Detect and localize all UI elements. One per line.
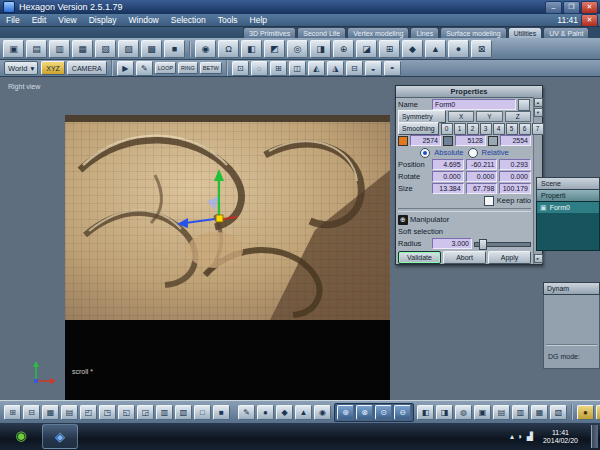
view-single-icon[interactable]: ⊞: [4, 405, 21, 420]
mode-point-icon[interactable]: ▦: [72, 40, 93, 58]
half-sphere-icon[interactable]: ◒: [365, 61, 382, 76]
tool-modifiers-icon[interactable]: ⊗: [356, 405, 373, 420]
grid-toggle-icon[interactable]: ▥: [156, 405, 173, 420]
abort-button[interactable]: Abort: [443, 251, 486, 264]
mode-uv-icon[interactable]: ▧: [95, 40, 116, 58]
panel-uv-icon[interactable]: ▦: [531, 405, 548, 420]
volume-icon[interactable]: ◗: [518, 432, 523, 441]
tool-mirror-icon[interactable]: ◆: [402, 40, 423, 58]
rotate-y-field[interactable]: 0.000: [466, 171, 498, 182]
ring-select-button[interactable]: RING: [178, 62, 198, 74]
mode-material-icon[interactable]: ▩: [141, 40, 162, 58]
camera-button[interactable]: CAMERA: [67, 61, 107, 75]
draw-icon[interactable]: ✎: [238, 405, 255, 420]
panel-expand-icon[interactable]: ▾: [534, 108, 543, 117]
tool-reset-icon[interactable]: ⊖: [394, 405, 411, 420]
between-select-button[interactable]: BETW: [200, 62, 222, 74]
position-z-field[interactable]: 0.293: [499, 159, 531, 170]
loop-select-button[interactable]: LOOP: [155, 62, 176, 74]
menu-view[interactable]: View: [52, 15, 82, 25]
smoothing-level-1[interactable]: 1: [454, 123, 466, 135]
view-quad-icon[interactable]: ▦: [42, 405, 59, 420]
wireframe-icon[interactable]: ▧: [175, 405, 192, 420]
radius-slider[interactable]: [474, 239, 531, 248]
panel-shading-icon[interactable]: ▥: [512, 405, 529, 420]
relative-radio[interactable]: [468, 148, 478, 158]
target-display-icon[interactable]: ◉: [314, 405, 331, 420]
view-corner-bl-icon[interactable]: ◱: [118, 405, 135, 420]
render-icon[interactable]: ◆: [596, 405, 600, 420]
mode-lock-icon[interactable]: ■: [164, 40, 185, 58]
cone-display-icon[interactable]: ▲: [295, 405, 312, 420]
tab-scene[interactable]: Scene: [536, 177, 600, 189]
slider-thumb[interactable]: [479, 239, 487, 250]
select-rect-icon[interactable]: ⊡: [232, 61, 249, 76]
menu-display[interactable]: Display: [83, 15, 123, 25]
position-y-field[interactable]: -60.211: [466, 159, 498, 170]
tool-paint-icon[interactable]: ●: [448, 40, 469, 58]
xyz-axis-button[interactable]: XYZ: [41, 61, 65, 75]
tab-surface-modeling[interactable]: Surface modeling: [440, 27, 506, 38]
tool-snap-icon[interactable]: ▲: [425, 40, 446, 58]
absolute-radio[interactable]: [420, 148, 430, 158]
menu-edit[interactable]: Edit: [26, 15, 53, 25]
smoothing-level-7[interactable]: 7: [532, 123, 544, 135]
tool-array-icon[interactable]: ⊞: [379, 40, 400, 58]
smoothing-button[interactable]: Smoothing: [398, 122, 439, 135]
full-sphere-icon[interactable]: ◓: [384, 61, 401, 76]
shading-dot-icon[interactable]: ◍: [455, 405, 472, 420]
view-corner-tr-icon[interactable]: ◳: [99, 405, 116, 420]
minimize-button[interactable]: –: [545, 1, 562, 14]
panel-resize-icon[interactable]: ▸: [534, 254, 543, 263]
tool-twist-icon[interactable]: ◎: [287, 40, 308, 58]
tool-options-icon[interactable]: ⊕: [337, 405, 354, 420]
sphere-display-icon[interactable]: ●: [257, 405, 274, 420]
network-icon[interactable]: ▟: [527, 432, 533, 441]
smoothing-level-2[interactable]: 2: [467, 123, 479, 135]
name-options-button[interactable]: [518, 99, 530, 111]
menu-selection[interactable]: Selection: [165, 15, 212, 25]
tray-expand-icon[interactable]: ▴: [510, 432, 514, 441]
grow-selection-icon[interactable]: ◭: [308, 61, 325, 76]
scene-item-form0[interactable]: ▣ Form0: [537, 202, 599, 213]
maximize-button[interactable]: ❐: [563, 1, 580, 14]
tool-stretch-icon[interactable]: ◧: [241, 40, 262, 58]
smoothing-level-5[interactable]: 5: [506, 123, 518, 135]
show-desktop-button[interactable]: [591, 425, 598, 448]
tab-second-life[interactable]: Second Life: [297, 27, 346, 38]
tab-properties[interactable]: Properti: [536, 189, 600, 201]
tab-lines[interactable]: Lines: [410, 27, 439, 38]
textured-icon[interactable]: ■: [213, 405, 230, 420]
keep-ratio-checkbox[interactable]: [484, 196, 494, 206]
view-split-icon[interactable]: ⊟: [23, 405, 40, 420]
document-close-button[interactable]: ✕: [581, 14, 598, 27]
panel-scene-icon[interactable]: ▣: [474, 405, 491, 420]
smoothing-level-4[interactable]: 4: [493, 123, 505, 135]
mode-group-icon[interactable]: ▨: [118, 40, 139, 58]
view-top-icon[interactable]: ▤: [61, 405, 78, 420]
hide-selection-icon[interactable]: ⊟: [346, 61, 363, 76]
shaded-icon[interactable]: □: [194, 405, 211, 420]
tab-vertex-modeling[interactable]: Vertex modeling: [347, 27, 409, 38]
taskbar-clock[interactable]: 11:41 2014/02/20: [537, 429, 584, 445]
smoothing-level-3[interactable]: 3: [480, 123, 492, 135]
diamond-display-icon[interactable]: ◆: [276, 405, 293, 420]
validate-button[interactable]: Validate: [398, 251, 441, 264]
menu-help[interactable]: Help: [244, 15, 273, 25]
view-corner-tl-icon[interactable]: ◰: [80, 405, 97, 420]
hexagon-app-icon[interactable]: ◈: [42, 424, 78, 449]
world-space-dropdown[interactable]: World ▾: [4, 61, 38, 75]
dynamic-panel-title[interactable]: Dynam: [543, 282, 600, 295]
apply-button[interactable]: Apply: [488, 251, 531, 264]
tool-history-icon[interactable]: ⊙: [375, 405, 392, 420]
view-corner-br-icon[interactable]: ◲: [137, 405, 154, 420]
select-lasso-icon[interactable]: ◌: [251, 61, 268, 76]
position-x-field[interactable]: 4.695: [432, 159, 464, 170]
symmetry-icon[interactable]: ◫: [289, 61, 306, 76]
name-field[interactable]: Form0: [432, 99, 516, 110]
light-icon[interactable]: ●: [577, 405, 594, 420]
tool-measure-icon[interactable]: ◪: [356, 40, 377, 58]
select-arrow-icon[interactable]: ▶: [117, 61, 134, 76]
smoothing-level-6[interactable]: 6: [519, 123, 531, 135]
smoothing-level-0[interactable]: 0: [441, 123, 453, 135]
